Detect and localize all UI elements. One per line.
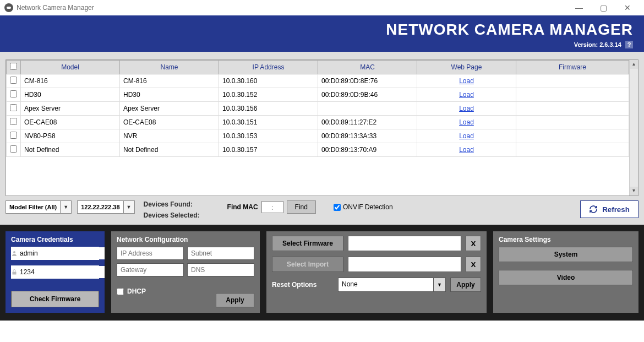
close-button[interactable]: ✕ (615, 0, 640, 15)
import-path-input[interactable] (348, 257, 461, 272)
load-link[interactable]: Load (459, 146, 474, 154)
onvif-label: ONVIF Detection (343, 203, 393, 211)
cell-ip: 10.0.30.151 (219, 116, 318, 129)
cell-name: Not Defined (120, 143, 219, 157)
cell-web: Load (417, 129, 516, 143)
network-apply-button[interactable]: Apply (216, 293, 254, 307)
cell-mac: 00:D0:89:11:27:E2 (318, 116, 417, 129)
cell-model: HD30 (21, 88, 120, 102)
version-number: 2.6.3.14 (599, 41, 621, 48)
firmware-path-input[interactable] (348, 236, 461, 251)
table-row[interactable]: NV80-PS8NVR10.0.30.15300:D0:89:13:3A:33L… (7, 129, 629, 143)
scroll-down-icon[interactable]: ▾ (630, 187, 638, 196)
user-icon (11, 247, 18, 260)
svg-point-0 (13, 251, 15, 253)
reset-options-value: None (338, 278, 434, 292)
gateway-input[interactable] (117, 263, 184, 276)
find-mac-label: Find MAC (227, 203, 258, 211)
find-button[interactable]: Find (287, 200, 316, 214)
row-checkbox[interactable] (10, 132, 17, 139)
select-firmware-button[interactable]: Select Firmware (272, 236, 343, 251)
network-title: Network Configuration (117, 236, 254, 243)
cell-web: Load (417, 143, 516, 157)
cell-web: Load (417, 116, 516, 129)
camera-settings-panel: Camera Settings System Video (493, 231, 638, 313)
device-table: Model Name IP Address MAC Web Page Firmw… (6, 60, 629, 157)
table-row[interactable]: Not DefinedNot Defined10.0.30.15700:D0:8… (7, 143, 629, 157)
model-filter-dropdown[interactable]: Model Filter (All) ▼ (6, 200, 72, 214)
lock-icon (11, 265, 18, 279)
load-link[interactable]: Load (459, 105, 474, 112)
system-settings-button[interactable]: System (499, 247, 633, 262)
cell-name: HD30 (120, 88, 219, 102)
header-mac[interactable]: MAC (318, 61, 417, 74)
clear-import-button[interactable]: X (466, 257, 481, 272)
cell-firmware (516, 88, 629, 102)
cell-model: OE-CAE08 (21, 116, 120, 129)
app-header: NETWORK CAMERA MANAGER Version: 2.6.3.14… (0, 15, 644, 52)
load-link[interactable]: Load (459, 91, 474, 99)
minimize-button[interactable]: — (567, 0, 591, 15)
video-settings-button[interactable]: Video (499, 270, 633, 285)
table-row[interactable]: Apex ServerApex Server10.0.30.156Load (7, 102, 629, 116)
row-checkbox[interactable] (10, 118, 17, 125)
row-checkbox[interactable] (10, 77, 17, 84)
check-firmware-button[interactable]: Check Firmware (11, 291, 99, 307)
table-row[interactable]: OE-CAE08OE-CAE0810.0.30.15100:D0:89:11:2… (7, 116, 629, 129)
firmware-panel: Select Firmware X Select Import X Reset … (266, 231, 487, 313)
cell-web: Load (417, 74, 516, 88)
cell-mac: 00:D0:89:0D:9B:46 (318, 88, 417, 102)
cell-ip: 10.0.30.156 (219, 102, 318, 116)
refresh-button[interactable]: Refresh (580, 200, 638, 218)
row-checkbox[interactable] (10, 104, 17, 111)
maximize-button[interactable]: ▢ (591, 0, 615, 15)
cell-web: Load (417, 88, 516, 102)
header-web[interactable]: Web Page (417, 61, 516, 74)
onvif-checkbox[interactable] (334, 204, 341, 211)
cell-ip: 10.0.30.153 (219, 129, 318, 143)
devices-selected-label: Devices Selected: (144, 211, 200, 219)
select-import-button[interactable]: Select Import (272, 257, 343, 272)
row-checkbox[interactable] (10, 145, 17, 153)
row-checkbox[interactable] (10, 90, 17, 97)
chevron-down-icon: ▼ (123, 201, 134, 213)
table-row[interactable]: HD30HD3010.0.30.15200:D0:89:0D:9B:46Load (7, 88, 629, 102)
header-ip[interactable]: IP Address (219, 61, 318, 74)
cell-firmware (516, 74, 629, 88)
cell-name: OE-CAE08 (120, 116, 219, 129)
cell-name: NVR (120, 129, 219, 143)
version-label: Version: (574, 41, 598, 48)
reset-apply-button[interactable]: Apply (450, 278, 481, 292)
table-scrollbar[interactable]: ▴ ▾ (629, 60, 638, 196)
network-config-panel: Network Configuration DHCP Apply (111, 231, 260, 313)
header-name[interactable]: Name (120, 61, 219, 74)
load-link[interactable]: Load (459, 77, 474, 85)
window-titlebar: Network Camera Manager — ▢ ✕ (0, 0, 644, 15)
ip-filter-dropdown[interactable]: 122.22.222.38 ▼ (77, 200, 134, 214)
clear-firmware-button[interactable]: X (466, 236, 481, 251)
header-model[interactable]: Model (21, 61, 120, 74)
load-link[interactable]: Load (459, 132, 474, 140)
table-row[interactable]: CM-816CM-81610.0.30.16000:D0:89:0D:8E:76… (7, 74, 629, 88)
reset-options-dropdown[interactable]: None ▼ (338, 278, 446, 292)
cell-model: CM-816 (21, 74, 120, 88)
dns-input[interactable] (187, 263, 254, 276)
chevron-down-icon: ▼ (60, 201, 71, 213)
load-link[interactable]: Load (459, 118, 474, 126)
settings-title: Camera Settings (499, 236, 633, 243)
select-all-checkbox[interactable] (10, 63, 17, 70)
scroll-up-icon[interactable]: ▴ (630, 60, 638, 69)
cell-ip: 10.0.30.157 (219, 143, 318, 157)
cell-name: CM-816 (120, 74, 219, 88)
help-button[interactable]: ? (625, 41, 633, 48)
find-mac-input[interactable] (261, 201, 283, 213)
cell-firmware (516, 129, 629, 143)
subnet-input[interactable] (187, 247, 254, 260)
header-firmware[interactable]: Firmware (516, 61, 629, 74)
password-input[interactable] (18, 266, 105, 278)
dhcp-checkbox[interactable] (117, 288, 124, 295)
cell-model: Apex Server (21, 102, 120, 116)
ip-address-input[interactable] (117, 247, 184, 260)
model-filter-text: Model Filter (All) (6, 201, 60, 213)
username-input[interactable] (18, 247, 105, 259)
